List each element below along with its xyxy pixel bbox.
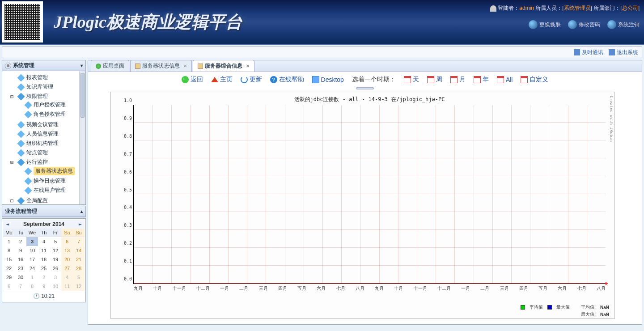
tab[interactable]: 应用桌面 — [91, 60, 129, 72]
desktop-button[interactable]: Desktop — [312, 76, 344, 83]
period-day-button[interactable]: 天 — [404, 76, 419, 84]
calendar-day[interactable]: 7 — [15, 282, 26, 291]
calendar-title[interactable]: September 2014 — [23, 221, 64, 227]
tab[interactable]: 服务器状态信息✕ — [130, 60, 192, 72]
calendar-day[interactable]: 14 — [73, 246, 85, 255]
tree-node[interactable]: 知识库管理 — [10, 83, 85, 91]
calendar-day[interactable]: 11 — [38, 246, 50, 255]
change-password-button[interactable]: 修改密码 — [568, 20, 600, 29]
logout-button[interactable]: 系统注销 — [607, 20, 640, 29]
calendar-day[interactable]: 2 — [15, 237, 26, 246]
calendar-day[interactable]: 25 — [38, 264, 50, 273]
system-manage-header[interactable]: 系统管理 ▾ — [2, 60, 85, 71]
calendar-day[interactable]: 28 — [73, 264, 85, 273]
period-week-button[interactable]: 周 — [427, 76, 442, 84]
back-button[interactable]: 返回 — [182, 76, 203, 84]
period-all-button[interactable]: All — [497, 76, 513, 83]
calendar-day[interactable]: 15 — [3, 255, 15, 264]
tree-node[interactable]: 角色授权管理 — [17, 110, 85, 118]
home-button[interactable]: 主页 — [211, 76, 233, 84]
calendar-day[interactable]: 4 — [61, 273, 73, 282]
tree-label: 人员信息管理 — [26, 130, 59, 138]
calendar-day[interactable]: 9 — [38, 282, 50, 291]
calendar-next-button[interactable]: ► — [79, 221, 82, 227]
calendar-prev-button[interactable]: ◄ — [6, 221, 9, 227]
calendar-day[interactable]: 12 — [73, 282, 85, 291]
calendar-day[interactable]: 29 — [3, 273, 15, 282]
calendar-day[interactable]: 10 — [50, 282, 61, 291]
diamond-icon — [25, 187, 32, 194]
calendar-day[interactable]: 16 — [15, 255, 26, 264]
calendar-day[interactable]: 17 — [26, 255, 38, 264]
calendar-day[interactable]: 6 — [3, 282, 15, 291]
close-icon[interactable]: ✕ — [183, 64, 187, 68]
calendar-day[interactable]: 1 — [26, 273, 38, 282]
calendar-day[interactable]: 30 — [15, 273, 26, 282]
calendar-icon — [474, 76, 481, 83]
scrollbar-thumb[interactable] — [80, 73, 85, 118]
tree-node[interactable]: 报表管理 — [10, 74, 85, 81]
exit-system-button[interactable]: 退出系统 — [609, 49, 638, 56]
tree-node[interactable]: ⊟运行监控 — [10, 158, 85, 166]
login-user-link[interactable]: admin — [519, 5, 534, 11]
change-skin-button[interactable]: 更换换肤 — [529, 20, 561, 29]
tree-node[interactable]: 用户授权管理 — [17, 101, 85, 109]
calendar-day[interactable]: 22 — [3, 264, 15, 273]
tab-label: 服务器状态信息 — [142, 62, 180, 70]
period-custom-button[interactable]: 自定义 — [521, 76, 548, 84]
period-month-button[interactable]: 月 — [450, 76, 466, 84]
calendar-day[interactable]: 26 — [50, 264, 61, 273]
qr-code — [2, 1, 43, 42]
calendar-day[interactable]: 6 — [61, 237, 73, 246]
calendar-day-header: Fr — [50, 229, 61, 237]
calendar-day[interactable]: 9 — [15, 246, 26, 255]
calendar-day[interactable]: 8 — [26, 282, 38, 291]
calendar-day[interactable]: 3 — [26, 237, 38, 246]
calendar-day[interactable]: 24 — [26, 264, 38, 273]
tree-node[interactable]: 操作日志管理 — [17, 177, 85, 185]
tab[interactable]: 服务器综合信息✕ — [193, 60, 254, 72]
calendar-day[interactable]: 20 — [61, 255, 73, 264]
calendar-day[interactable]: 11 — [61, 282, 73, 291]
tree-node[interactable]: 站点管理 — [10, 149, 85, 157]
calendar-day[interactable]: 4 — [38, 237, 50, 246]
calendar-day[interactable]: 7 — [73, 237, 85, 246]
calendar-day[interactable]: 13 — [61, 246, 73, 255]
calendar-day-header: Sa — [61, 229, 73, 237]
help-button[interactable]: ?在线帮助 — [270, 76, 304, 84]
calendar-day[interactable]: 27 — [61, 264, 73, 273]
calendar-day[interactable]: 12 — [50, 246, 61, 255]
tree-node[interactable]: 视频会议管理 — [10, 121, 85, 128]
calendar-day[interactable]: 8 — [3, 246, 15, 255]
tree-node[interactable]: 组织机构管理 — [10, 140, 85, 147]
tree-node[interactable]: 人员信息管理 — [10, 130, 85, 138]
calendar-day[interactable]: 21 — [73, 255, 85, 264]
scrollbar[interactable] — [79, 71, 85, 204]
dept-link[interactable]: 总公司 — [622, 5, 638, 11]
tree-node[interactable]: 服务器状态信息 — [17, 167, 85, 175]
tree-node[interactable]: 在线用户管理 — [17, 187, 85, 194]
calendar-day[interactable]: 3 — [50, 273, 61, 282]
splitter[interactable] — [88, 87, 642, 90]
diamond-icon — [17, 158, 25, 166]
role-link[interactable]: 系统管理员 — [564, 5, 591, 11]
workflow-header[interactable]: 业务流程管理 ▴ — [2, 206, 85, 217]
calendar-day[interactable]: 5 — [73, 273, 85, 282]
calendar-day[interactable]: 5 — [50, 237, 61, 246]
im-button[interactable]: 及时通讯 — [574, 49, 603, 56]
calendar-day[interactable]: 1 — [3, 237, 15, 246]
tab-label: 服务器综合信息 — [205, 62, 242, 70]
calendar-day[interactable]: 23 — [15, 264, 26, 273]
x-tick-label: 八月 — [356, 285, 364, 292]
close-icon[interactable]: ✕ — [246, 64, 250, 68]
tree-node[interactable]: ⊟全局配置 — [10, 197, 85, 204]
refresh-button[interactable]: 更新 — [241, 76, 262, 84]
tree-node[interactable]: ⊟权限管理 — [10, 93, 85, 100]
y-tick-label: 0.5 — [124, 187, 132, 192]
period-year-button[interactable]: 年 — [474, 76, 489, 84]
calendar-day[interactable]: 2 — [38, 273, 50, 282]
calendar-day[interactable]: 10 — [26, 246, 38, 255]
y-tick-label: 0.0 — [124, 276, 132, 281]
calendar-day[interactable]: 18 — [38, 255, 50, 264]
calendar-day[interactable]: 19 — [50, 255, 61, 264]
